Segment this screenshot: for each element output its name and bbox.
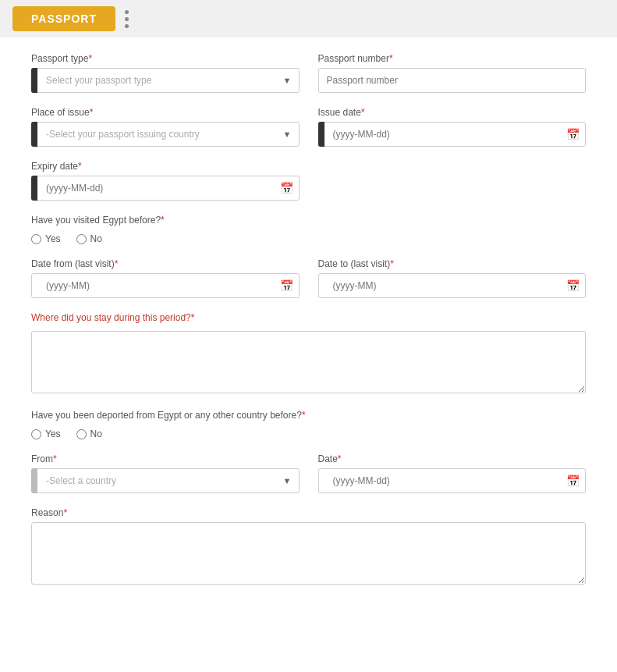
passport-badge: PASSPORT — [12, 6, 115, 31]
issue-date-input[interactable] — [318, 122, 587, 147]
expiry-date-label: Expiry date* — [31, 161, 300, 172]
expiry-date-row: Expiry date* 📅 — [31, 161, 586, 201]
date-to-label: Date to (last visit)* — [318, 258, 587, 269]
dots-menu[interactable] — [125, 10, 129, 28]
visited-egypt-section: Have you visited Egypt before?* Yes No — [31, 215, 586, 244]
from-country-label: From* — [31, 453, 300, 464]
date-from-col: Date from (last visit)* 📅 — [31, 258, 300, 298]
deport-date-col: Date* 📅 — [318, 453, 587, 493]
issue-date-col: Issue date* 📅 — [318, 107, 587, 147]
passport-type-col: Passport type* Select your passport type… — [31, 53, 300, 93]
passport-type-number-row: Passport type* Select your passport type… — [31, 53, 586, 93]
visited-egypt-yes-radio[interactable] — [31, 234, 41, 244]
passport-number-input[interactable] — [318, 68, 587, 93]
dot-2 — [125, 17, 129, 21]
passport-type-select-wrap: Select your passport type ▼ — [31, 68, 300, 93]
place-issue-row: Place of issue* -Select your passport is… — [31, 107, 586, 147]
date-to-wrap: 📅 — [318, 273, 587, 298]
passport-type-label: Passport type* — [31, 53, 300, 64]
deport-date-wrap: 📅 — [318, 468, 587, 493]
deported-yes-radio[interactable] — [31, 429, 41, 439]
reason-label: Reason* — [31, 507, 586, 518]
from-country-left-bar — [31, 468, 37, 493]
visited-egypt-label: Have you visited Egypt before?* — [31, 215, 586, 226]
deport-date-label: Date* — [318, 453, 587, 464]
deport-date-calendar-icon[interactable]: 📅 — [566, 475, 580, 487]
header-bar: PASSPORT — [0, 0, 617, 37]
visited-egypt-yes-label[interactable]: Yes — [31, 233, 61, 244]
deported-section: Have you been deported from Egypt or any… — [31, 410, 586, 439]
from-country-select-wrap: -Select a country ▼ — [31, 468, 300, 493]
issue-date-calendar-icon[interactable]: 📅 — [566, 128, 580, 140]
last-visit-dates-row: Date from (last visit)* 📅 Date to (last … — [31, 258, 586, 298]
expiry-date-calendar-icon[interactable]: 📅 — [280, 182, 293, 194]
deported-label: Have you been deported from Egypt or any… — [31, 410, 586, 421]
passport-type-select[interactable]: Select your passport type — [31, 68, 300, 93]
where-stayed-section: Where did you stay during this period?* — [31, 312, 586, 396]
expiry-date-left-bar — [31, 176, 37, 201]
deport-date-input[interactable] — [318, 468, 587, 493]
date-from-input[interactable] — [31, 273, 300, 298]
where-stayed-textarea[interactable] — [31, 331, 586, 393]
expiry-date-input[interactable] — [31, 176, 300, 201]
date-from-calendar-icon[interactable]: 📅 — [280, 279, 293, 292]
passport-type-left-bar — [31, 68, 37, 93]
date-to-calendar-icon[interactable]: 📅 — [566, 279, 580, 292]
place-of-issue-col: Place of issue* -Select your passport is… — [31, 107, 300, 147]
expiry-date-col: Expiry date* 📅 — [31, 161, 300, 201]
place-of-issue-left-bar — [31, 122, 37, 147]
date-to-input[interactable] — [318, 273, 587, 298]
reason-textarea[interactable] — [31, 522, 586, 585]
place-of-issue-select[interactable]: -Select your passport issuing country — [31, 122, 300, 147]
deported-radio-group: Yes No — [31, 428, 586, 439]
issue-date-wrap: 📅 — [318, 122, 587, 147]
visited-egypt-no-radio[interactable] — [76, 234, 87, 244]
issue-date-label: Issue date* — [318, 107, 587, 118]
visited-egypt-radio-group: Yes No — [31, 233, 586, 244]
date-to-col: Date to (last visit)* 📅 — [318, 258, 587, 298]
from-date-row: From* -Select a country ▼ Date* 📅 — [31, 453, 586, 493]
page-wrapper: PASSPORT Passport type* Select your pass… — [0, 0, 617, 672]
passport-number-wrap — [318, 68, 587, 93]
deported-no-radio[interactable] — [76, 429, 87, 439]
form-body: Passport type* Select your passport type… — [0, 37, 617, 617]
place-of-issue-select-wrap: -Select your passport issuing country ▼ — [31, 122, 300, 147]
where-stayed-label: Where did you stay during this period?* — [31, 312, 586, 323]
expiry-date-wrap: 📅 — [31, 176, 300, 201]
reason-section: Reason* — [31, 507, 586, 587]
deported-yes-label[interactable]: Yes — [31, 428, 61, 439]
visited-egypt-no-label[interactable]: No — [76, 233, 102, 244]
issue-date-left-bar — [318, 122, 324, 147]
from-country-col: From* -Select a country ▼ — [31, 453, 300, 493]
passport-number-col: Passport number* — [318, 53, 587, 93]
date-from-label: Date from (last visit)* — [31, 258, 300, 269]
from-country-select[interactable]: -Select a country — [31, 468, 300, 493]
date-from-wrap: 📅 — [31, 273, 300, 298]
deported-no-label[interactable]: No — [76, 428, 102, 439]
dot-1 — [125, 10, 129, 14]
place-of-issue-label: Place of issue* — [31, 107, 300, 118]
passport-number-label: Passport number* — [318, 53, 587, 64]
dot-3 — [125, 24, 129, 28]
